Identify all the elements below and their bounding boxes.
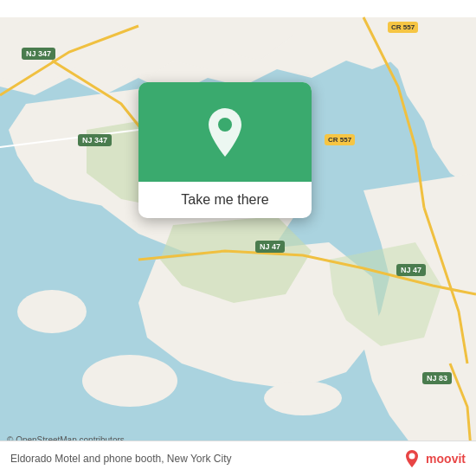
popup-header [138, 82, 312, 182]
moovit-icon [402, 448, 422, 469]
road-badge-nj347-top: NJ 347 [22, 48, 55, 60]
map-background [0, 0, 476, 476]
popup-card[interactable]: Take me there [138, 82, 312, 218]
road-badge-nj47-right: NJ 47 [396, 264, 426, 276]
svg-point-3 [264, 381, 342, 415]
svg-point-4 [218, 118, 232, 132]
popup-label[interactable]: Take me there [138, 182, 312, 218]
road-badge-nj83: NJ 83 [422, 372, 452, 384]
svg-point-2 [82, 355, 177, 407]
road-badge-cr557-top: CR 557 [388, 22, 418, 33]
bottom-bar: Eldorado Motel and phone booth, New York… [0, 441, 476, 476]
location-text: Eldorado Motel and phone booth, New York… [10, 453, 232, 465]
road-badge-cr557-mid: CR 557 [325, 134, 355, 145]
location-pin-icon [203, 106, 247, 158]
road-badge-nj347-mid: NJ 347 [78, 134, 112, 146]
road-badge-nj47-mid: NJ 47 [255, 241, 285, 253]
svg-point-5 [409, 453, 415, 460]
svg-point-1 [17, 290, 87, 333]
map-container: NJ 347 NJ 347 CR 557 CR 557 NJ 47 NJ 47 … [0, 0, 476, 476]
moovit-brand-text: moovit [426, 452, 466, 466]
moovit-logo[interactable]: moovit [402, 448, 466, 469]
